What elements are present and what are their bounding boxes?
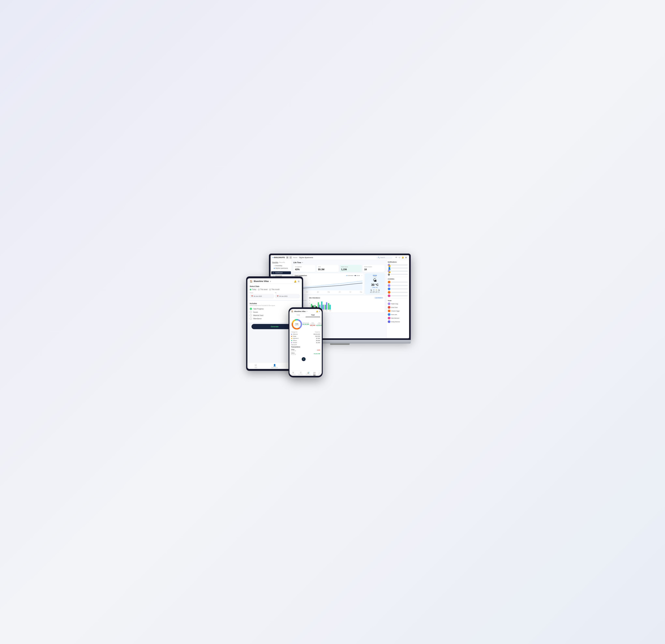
chart-legend: Estimated Actual ··· bbox=[346, 275, 362, 276]
date-from-input[interactable]: 📅 06-Jun-2023 bbox=[250, 294, 274, 298]
donut-center-label: Total bbox=[295, 323, 299, 325]
phone-grid-icon[interactable]: ⊞ bbox=[319, 310, 320, 312]
chart-x-labels: Feb Mar Apr May Jun Jul Aug bbox=[295, 291, 362, 293]
search-bar[interactable]: 🔍 Search bbox=[376, 256, 393, 259]
phone-home-icon: 🏠 bbox=[291, 310, 293, 312]
activity-avatar-2 bbox=[388, 284, 391, 287]
forecast-fri: 🌤 Fri 31 bbox=[378, 289, 380, 293]
date-thisweek-label: This week bbox=[260, 289, 268, 290]
fab-button[interactable]: + bbox=[302, 357, 306, 361]
forecast-wed-icon: ☀ bbox=[373, 289, 375, 291]
date-selector: Select Date Today This week bbox=[247, 284, 302, 300]
sidebar-favorites-tab[interactable]: Favorites bbox=[272, 261, 278, 264]
sidebar-skyline-dot bbox=[274, 268, 274, 269]
phone-nav-attendance2[interactable]: ☑ Attendance bbox=[298, 372, 303, 375]
activity-3 bbox=[388, 288, 408, 290]
cost-chart-svg bbox=[295, 277, 362, 290]
phone-attendance2-icon: ☑ bbox=[300, 372, 302, 374]
chart-more-icon[interactable]: ··· bbox=[361, 275, 362, 276]
bell-icon[interactable]: 🔔 bbox=[402, 256, 404, 259]
x-label-may: May bbox=[328, 291, 330, 293]
categories-label: Categories bbox=[291, 331, 298, 333]
team-andi: Andi Lane bbox=[388, 313, 408, 316]
phone-screen: 🏠 Blueshine Villas ▾ 🔔 ⊞ Daily Total bbox=[289, 309, 322, 376]
radio-thisweek bbox=[258, 289, 260, 290]
cat-value-others: $5,000 bbox=[316, 340, 320, 341]
x-label-jun: Jun bbox=[339, 291, 341, 293]
tablet-nav-attendance[interactable]: 👤 Attendance bbox=[271, 364, 278, 368]
star-icon[interactable]: ☆ bbox=[289, 256, 292, 259]
layout-icon[interactable]: ▦ bbox=[405, 256, 407, 259]
tablet-project-chevron[interactable]: ▾ bbox=[270, 280, 271, 282]
nav-icons: ⊞ ☆ bbox=[286, 256, 292, 259]
notif-avatar-2: 👤 bbox=[388, 267, 390, 269]
view-all-link[interactable]: View all ▾ bbox=[291, 344, 320, 346]
phone-nav-chart[interactable]: 📊 Attendance bbox=[306, 372, 311, 375]
att-week[interactable]: Last Week ▾ bbox=[374, 297, 383, 299]
legend-actual-dot bbox=[355, 275, 356, 276]
tablet-bell-icon[interactable]: 🔔 bbox=[294, 280, 297, 282]
x-label-apr: Apr bbox=[317, 291, 319, 293]
phone-project-chevron[interactable]: ▾ bbox=[307, 311, 307, 312]
date-option-thismonth[interactable]: This month bbox=[269, 289, 280, 290]
stat-issues-label: Active Issues bbox=[364, 266, 383, 268]
phone-nav-dashboard[interactable]: ⊞ Dashboard bbox=[291, 372, 296, 375]
forecast-tue-icon: 🌤 bbox=[370, 289, 372, 291]
activity-avatar-5 bbox=[388, 294, 391, 297]
tablet-grid-icon[interactable]: ⊞ bbox=[298, 280, 300, 282]
weather-forecast: 🌤 Tue 30°C ☀ Wed 32°C bbox=[366, 289, 383, 293]
laptop-logo: ● BUILDSUITE bbox=[272, 256, 285, 258]
date-to-input[interactable]: 📅 06-Jun-2023 bbox=[275, 294, 300, 298]
team-title: Team bbox=[388, 300, 408, 301]
sidebar-skyline[interactable]: Skyline Apartments bbox=[272, 267, 290, 270]
team-avatar-orlando bbox=[388, 310, 391, 312]
phone-bell-icon[interactable]: 🔔 bbox=[316, 310, 318, 312]
phone-tab-daily[interactable]: Daily bbox=[291, 313, 306, 317]
stat-card-completion: Completion 43% bbox=[293, 265, 316, 272]
phone-tab-total[interactable]: Total bbox=[306, 313, 320, 317]
phone-nav-book[interactable]: 📖 Book bbox=[313, 372, 316, 375]
sidebar-skyline-label: Skyline Apartments bbox=[275, 268, 288, 269]
date-option-today[interactable]: Today bbox=[250, 289, 256, 290]
notif-bar-2 bbox=[391, 268, 408, 269]
sidebar-dreambay[interactable]: DreamBay bbox=[272, 264, 290, 267]
phone-nav-more[interactable]: ··· More bbox=[318, 372, 320, 375]
lifetime-chevron[interactable]: ▾ bbox=[302, 262, 303, 264]
history-icon[interactable]: ◷ bbox=[398, 256, 401, 259]
team-name-orlando: Orlando Diggs bbox=[391, 310, 399, 312]
tablet-nav-task[interactable]: ☑ Task bbox=[254, 364, 257, 368]
breadcrumb-home[interactable]: Home bbox=[293, 257, 298, 258]
date-option-thisweek[interactable]: This week bbox=[258, 289, 268, 290]
total-income-value: $1,00,000 bbox=[303, 324, 309, 325]
legend-estimated: Estimated bbox=[346, 275, 354, 276]
cat-value-material2: $7,000 bbox=[316, 338, 320, 339]
total-expense-label: Total Expense bbox=[310, 322, 316, 325]
sidebar-recently-tab[interactable]: Recently bbox=[279, 261, 285, 264]
stat-card-workhours: Work Hours 1,156 bbox=[340, 265, 362, 272]
team-drew: Drew Cano bbox=[388, 306, 408, 309]
settings-icon[interactable]: ⚙ bbox=[395, 256, 397, 259]
trans-wage-info: Wage 04:15 PM bbox=[291, 349, 296, 351]
tablet-project-name: Blueshine Villas bbox=[254, 280, 269, 282]
cat-name-vendor: Vendor bbox=[293, 342, 316, 343]
grid-icon[interactable]: ⊞ bbox=[286, 256, 288, 259]
cost-chart: Cost Comparison Estimated Ac bbox=[293, 273, 364, 294]
phone-attendance2-label: Attendance bbox=[298, 374, 303, 375]
activity-bar-5 bbox=[391, 295, 408, 296]
y-20: 20 bbox=[309, 303, 310, 304]
notif-3: 🔒 bbox=[388, 270, 408, 272]
phone: 🏠 Blueshine Villas ▾ 🔔 ⊞ Daily Total bbox=[288, 307, 323, 377]
sidebar-favs-section: Favorites Recently DreamBay Skyline Apar… bbox=[270, 261, 291, 270]
stat-workhours-value: 1,156 bbox=[341, 268, 360, 271]
activity-1 bbox=[388, 281, 408, 284]
team-kate: Kate Morrison bbox=[388, 317, 408, 319]
trans-client-amount: +$1,00,000 bbox=[314, 353, 320, 354]
date-range-labels: From To bbox=[250, 292, 300, 294]
forecast-wed: ☀ Wed 32°C bbox=[373, 289, 375, 293]
donut-chart: Total Expense bbox=[291, 318, 303, 330]
tablet-attendance-label: Attendance bbox=[271, 367, 278, 368]
topbar-actions: ⚙ ◷ 🔔 ▦ bbox=[395, 256, 407, 259]
main-header-row: Life Time ▾ bbox=[293, 261, 385, 264]
sidebar-item-dashboard[interactable]: ⊞ Dashboard bbox=[271, 271, 291, 274]
include-issues-label: Issues bbox=[253, 311, 258, 313]
